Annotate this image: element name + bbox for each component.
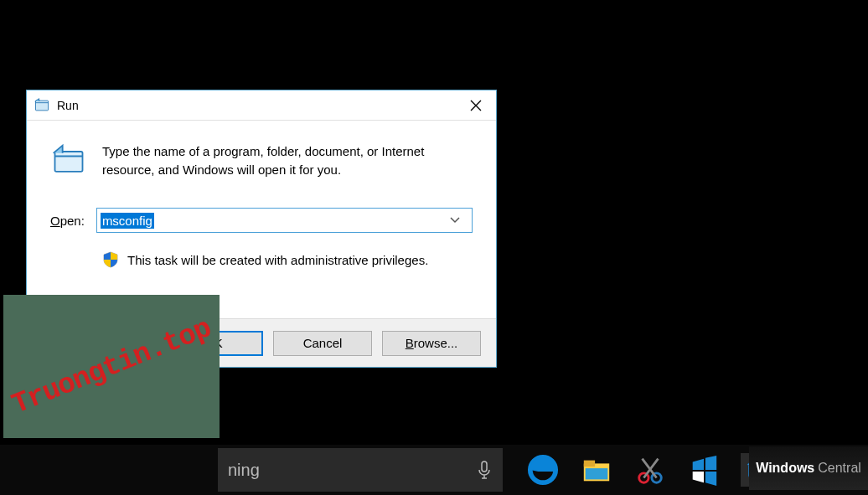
taskbar-search[interactable]: ning [218, 448, 503, 492]
svg-rect-1 [55, 152, 83, 172]
dialog-description: Type the name of a program, folder, docu… [102, 142, 473, 179]
dialog-body: Type the name of a program, folder, docu… [27, 121, 496, 268]
file-explorer-icon[interactable] [580, 453, 613, 487]
watermark-text: Truongtin.top [8, 312, 215, 421]
search-text-fragment: ning [228, 461, 476, 480]
svg-rect-2 [482, 461, 487, 472]
snipping-tool-icon[interactable] [633, 453, 667, 487]
svg-rect-5 [584, 461, 595, 467]
watermark-overlay: Truongtin.top [3, 295, 220, 438]
cancel-button[interactable]: Cancel [273, 331, 372, 356]
app-icon[interactable] [687, 453, 721, 487]
run-icon [34, 97, 50, 114]
dialog-title: Run [57, 99, 456, 112]
svg-rect-6 [586, 468, 608, 479]
taskbar: ning [0, 445, 868, 495]
edge-icon[interactable] [526, 453, 560, 487]
svg-rect-0 [36, 101, 49, 111]
uac-shield-icon [102, 251, 119, 268]
microphone-icon[interactable] [476, 460, 493, 480]
open-combobox[interactable]: msconfig [96, 208, 473, 233]
close-button[interactable] [456, 90, 496, 121]
run-icon-large [50, 142, 87, 179]
admin-privileges-text: This task will be created with administr… [127, 253, 428, 267]
open-label: Open: [50, 214, 85, 228]
windows-central-watermark: WindowsCentral [749, 446, 868, 490]
open-input-value: msconfig [101, 213, 154, 229]
close-icon [470, 100, 482, 111]
taskbar-icons [526, 453, 774, 487]
chevron-down-icon[interactable] [450, 217, 468, 224]
browse-button[interactable]: Browse... [382, 331, 481, 356]
titlebar: Run [27, 90, 496, 121]
